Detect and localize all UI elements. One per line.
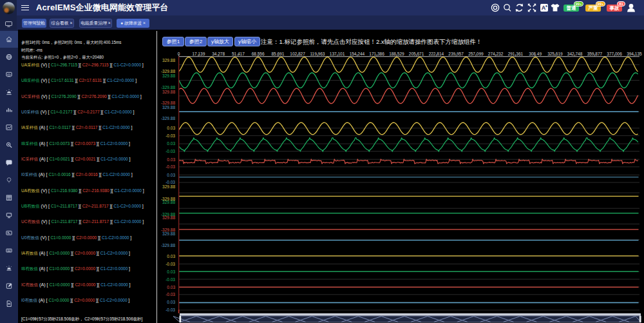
svg-text:329.88: 329.88 (162, 200, 175, 204)
svg-text:0.03: 0.03 (167, 254, 175, 259)
svg-text:329.88: 329.88 (162, 105, 175, 110)
svg-text:-0.03: -0.03 (166, 308, 175, 312)
svg-text:-329.88: -329.88 (161, 243, 175, 248)
svg-text:-0.03: -0.03 (166, 133, 175, 138)
svg-text:-0.03: -0.03 (166, 292, 175, 297)
svg-text:-0.03: -0.03 (166, 277, 175, 282)
svg-text:-0.03: -0.03 (166, 164, 175, 169)
svg-text:0.03: 0.03 (167, 173, 175, 177)
svg-text:0.03: 0.03 (167, 285, 175, 289)
svg-text:-329.88: -329.88 (161, 85, 175, 90)
svg-text:0.03: 0.03 (167, 157, 175, 162)
svg-text:329.88: 329.88 (162, 231, 175, 236)
svg-text:-0.03: -0.03 (166, 262, 175, 266)
svg-text:0.03: 0.03 (167, 300, 175, 304)
svg-text:0.03: 0.03 (167, 141, 175, 146)
svg-text:-329.88: -329.88 (161, 116, 175, 121)
svg-text:329.88: 329.88 (162, 58, 175, 63)
svg-text:329.88: 329.88 (162, 215, 175, 220)
svg-text:-329.88: -329.88 (161, 101, 175, 105)
svg-text:-0.03: -0.03 (166, 149, 175, 153)
svg-text:0.03: 0.03 (167, 126, 175, 130)
svg-text:329.88: 329.88 (162, 184, 175, 189)
svg-text:329.88: 329.88 (162, 73, 175, 78)
svg-text:0.03: 0.03 (167, 269, 175, 274)
svg-text:a: a (545, 4, 547, 8)
svg-text:-329.88: -329.88 (161, 69, 175, 73)
svg-text:329.88: 329.88 (162, 90, 175, 94)
